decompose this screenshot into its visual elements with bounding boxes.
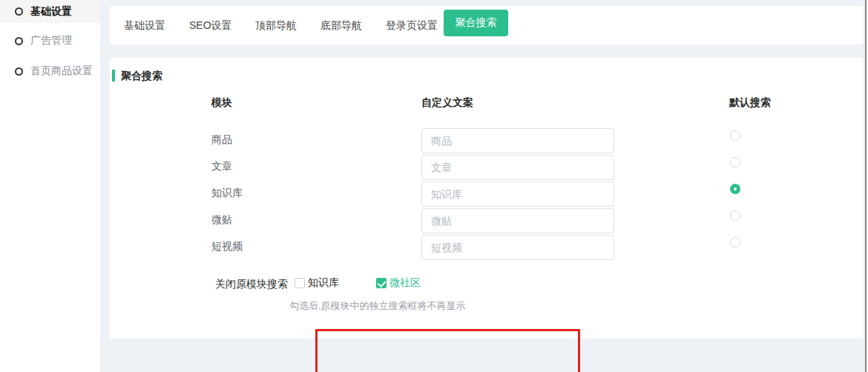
circle-icon [15,7,23,16]
custom-text-input[interactable] [421,235,614,260]
column-header-module: 模块 [211,96,232,110]
tab-login-page[interactable]: 登录页设置 [386,6,438,44]
tab-aggregate-search-active[interactable]: 聚合搜索 [444,10,508,36]
table-row: 知识库 [110,182,864,208]
default-search-radio[interactable] [730,237,740,248]
sidebar-item-label: 广告管理 [30,34,72,47]
custom-text-input[interactable] [421,182,614,207]
checkbox-icon[interactable] [295,278,305,288]
scrollbar-thumb[interactable] [865,0,867,372]
sidebar: 基础设置 广告管理 首页商品设置 [0,0,100,372]
checkbox-label: 知识库 [308,276,339,290]
table-row: 文章 [110,155,864,182]
checkbox-icon[interactable] [376,278,387,288]
table-row: 商品 [110,128,864,155]
sidebar-item-label: 基础设置 [30,5,72,19]
tab-basic-settings[interactable]: 基础设置 [124,6,165,44]
checkbox-item-knowledge-base[interactable]: 知识库 [295,276,339,290]
module-label: 商品 [211,133,232,147]
close-original-checkbox-group: 知识库 微社区 [295,276,421,290]
custom-text-input[interactable] [421,155,614,180]
tab-seo-settings[interactable]: SEO设置 [189,6,232,44]
red-annotation-rectangle [315,329,580,372]
custom-text-input[interactable] [421,128,614,153]
sidebar-item-label: 首页商品设置 [30,64,93,78]
table-row: 微贴 [110,208,864,235]
tab-bottom-nav[interactable]: 底部导航 [320,6,362,44]
tab-top-nav[interactable]: 顶部导航 [255,6,297,44]
module-label: 文章 [211,160,232,173]
custom-text-input[interactable] [421,208,614,233]
section-title: 聚合搜索 [121,70,162,82]
checkbox-label: 微社区 [389,276,421,290]
default-search-radio[interactable] [730,130,740,141]
table-header-row: 模块 自定义文案 默认搜索 [110,96,864,113]
aggregate-search-panel: 聚合搜索 模块 自定义文案 默认搜索 商品 文章 知识库 微贴 短视频 关闭原模… [110,58,864,339]
circle-icon [15,37,23,45]
default-search-radio[interactable] [730,210,740,221]
close-original-module-search-label: 关闭原模块搜索 [215,278,288,291]
checkbox-hint-text: 勾选后,原模块中的独立搜索框将不再显示 [289,299,466,313]
sidebar-item-homepage-products[interactable]: 首页商品设置 [0,61,100,82]
default-search-radio[interactable] [730,157,740,167]
column-header-default-search: 默认搜索 [729,96,771,110]
checkbox-item-micro-community[interactable]: 微社区 [376,276,421,290]
tab-bar: 基础设置 SEO设置 顶部导航 底部导航 登录页设置 聚合搜索 [110,6,864,44]
module-label: 知识库 [211,187,243,200]
column-header-custom-text: 自定义文案 [421,96,473,110]
sidebar-item-basic-settings[interactable]: 基础设置 [0,0,100,23]
section-accent-bar-icon [112,70,115,82]
module-label: 微贴 [211,213,232,227]
sidebar-item-ad-management[interactable]: 广告管理 [0,30,100,51]
default-search-radio[interactable] [730,184,740,194]
circle-icon [15,67,23,76]
module-label: 短视频 [211,240,243,253]
table-row: 短视频 [110,235,864,262]
